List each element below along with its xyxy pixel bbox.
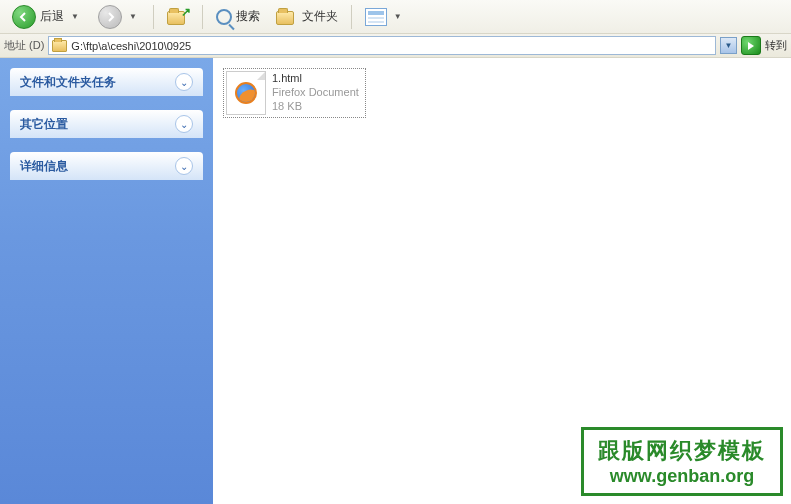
folder-icon: [52, 40, 67, 52]
forward-icon: [98, 5, 122, 29]
back-icon: [12, 5, 36, 29]
sidebar-panel-details[interactable]: 详细信息 ⌄: [10, 152, 203, 180]
firefox-document-icon: [226, 71, 266, 115]
file-item[interactable]: 1.html Firefox Document 18 KB: [223, 68, 366, 118]
main-toolbar: 后退 ▼ ▼ ↗ 搜索 文件夹 ▼: [0, 0, 791, 34]
file-name: 1.html: [272, 71, 359, 85]
folders-button[interactable]: 文件夹: [270, 5, 344, 29]
views-dropdown-icon[interactable]: ▼: [391, 12, 405, 21]
separator: [351, 5, 352, 29]
back-button[interactable]: 后退 ▼: [6, 3, 88, 31]
file-size: 18 KB: [272, 99, 359, 113]
sidebar-panel-places[interactable]: 其它位置 ⌄: [10, 110, 203, 138]
address-input[interactable]: G:\ftp\a\ceshi\2010\0925: [48, 36, 716, 55]
address-path: G:\ftp\a\ceshi\2010\0925: [71, 40, 191, 52]
address-dropdown-icon[interactable]: ▼: [720, 37, 737, 54]
separator: [153, 5, 154, 29]
file-meta: 1.html Firefox Document 18 KB: [272, 71, 359, 115]
chevron-down-icon: ⌄: [175, 115, 193, 133]
address-label: 地址 (D): [4, 38, 44, 53]
panel-title: 详细信息: [20, 158, 68, 175]
forward-dropdown-icon[interactable]: ▼: [126, 12, 140, 21]
sidebar: 文件和文件夹任务 ⌄ 其它位置 ⌄ 详细信息 ⌄: [0, 58, 213, 504]
views-icon: [365, 8, 387, 26]
folder-up-icon: ↗: [167, 7, 189, 27]
search-label: 搜索: [236, 8, 260, 25]
go-label: 转到: [765, 38, 787, 53]
forward-button[interactable]: ▼: [92, 3, 146, 31]
back-dropdown-icon[interactable]: ▼: [68, 12, 82, 21]
watermark-url: www.genban.org: [598, 466, 766, 487]
panel-title: 文件和文件夹任务: [20, 74, 116, 91]
views-button[interactable]: ▼: [359, 6, 411, 28]
address-bar: 地址 (D) G:\ftp\a\ceshi\2010\0925 ▼ 转到: [0, 34, 791, 58]
folders-label: 文件夹: [302, 8, 338, 25]
sidebar-panel-tasks[interactable]: 文件和文件夹任务 ⌄: [10, 68, 203, 96]
folders-icon: [276, 7, 298, 27]
search-icon: [216, 9, 232, 25]
file-type: Firefox Document: [272, 85, 359, 99]
search-button[interactable]: 搜索: [210, 6, 266, 27]
watermark-title: 跟版网织梦模板: [598, 436, 766, 466]
separator: [202, 5, 203, 29]
chevron-down-icon: ⌄: [175, 73, 193, 91]
watermark: 跟版网织梦模板 www.genban.org: [581, 427, 783, 496]
chevron-down-icon: ⌄: [175, 157, 193, 175]
go-button[interactable]: [741, 36, 761, 55]
up-button[interactable]: ↗: [161, 5, 195, 29]
panel-title: 其它位置: [20, 116, 68, 133]
back-label: 后退: [40, 8, 64, 25]
